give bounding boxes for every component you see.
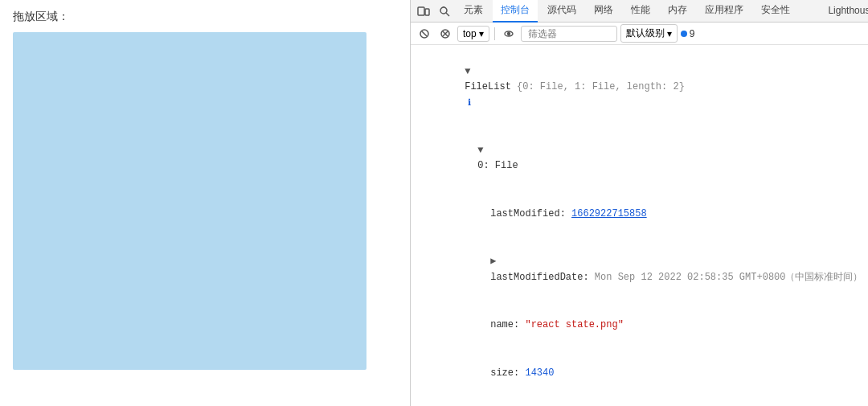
filter-input[interactable]: [521, 26, 617, 42]
svg-rect-0: [418, 7, 424, 15]
console-lastmodified-0: lastModified: 1662922715858: [411, 191, 868, 239]
log-level-value: 默认级别: [626, 27, 665, 40]
tab-console[interactable]: 控制台: [493, 0, 538, 23]
context-value: top: [463, 28, 477, 39]
tab-memory[interactable]: 内存: [660, 0, 695, 23]
svg-line-3: [446, 13, 449, 16]
console-filelist-header: ▼ FileList {0: File, 1: File, length: 2}…: [411, 48, 868, 127]
badge-count: 9: [681, 28, 695, 39]
tab-security[interactable]: 安全性: [753, 0, 798, 23]
tab-elements[interactable]: 元素: [456, 0, 491, 23]
context-chevron-icon: ▾: [479, 28, 484, 39]
badge-dot: [681, 31, 687, 37]
devtools-tab-bar: 元素 控制台 源代码 网络 性能 内存 应用程序 安全性 Lighthouse: [411, 0, 868, 23]
console-item0-header: ▼ 0: File: [411, 127, 868, 191]
inspect-icon[interactable]: [435, 2, 454, 21]
console-output: ▼ FileList {0: File, 1: File, length: 2}…: [411, 45, 868, 406]
block-icon[interactable]: [436, 25, 454, 43]
drop-zone[interactable]: [13, 32, 366, 370]
tab-lighthouse[interactable]: Lighthouse: [820, 0, 868, 23]
tab-application[interactable]: 应用程序: [697, 0, 751, 23]
device-toolbar-icon[interactable]: [414, 2, 433, 21]
svg-point-11: [507, 32, 510, 35]
tab-network[interactable]: 网络: [586, 0, 621, 23]
context-selector[interactable]: top ▾: [457, 26, 489, 42]
log-level-chevron-icon: ▾: [667, 28, 672, 39]
console-lastmodifieddate-0: ▶ lastModifiedDate: Mon Sep 12 2022 02:5…: [411, 238, 868, 301]
console-toolbar: top ▾ 默认级别 ▾ 9: [411, 23, 868, 45]
left-panel: 拖放区域：: [0, 0, 410, 406]
eye-icon[interactable]: [500, 25, 518, 43]
svg-rect-1: [425, 9, 429, 15]
svg-line-6: [422, 31, 427, 36]
console-name-0: name: "react state.png": [411, 301, 868, 350]
separator: [494, 27, 495, 40]
console-type-0: type: "image/png": [411, 397, 868, 406]
devtools-panel: 元素 控制台 源代码 网络 性能 内存 应用程序 安全性 Lighthouse …: [410, 0, 868, 406]
svg-point-2: [440, 7, 447, 14]
badge-number: 9: [690, 28, 695, 39]
drop-zone-label: 拖放区域：: [13, 10, 397, 24]
clear-console-button[interactable]: [416, 25, 433, 43]
console-size-0: size: 14340: [411, 350, 868, 398]
log-level-selector[interactable]: 默认级别 ▾: [620, 24, 678, 43]
tab-sources[interactable]: 源代码: [539, 0, 584, 23]
tab-performance[interactable]: 性能: [623, 0, 658, 23]
